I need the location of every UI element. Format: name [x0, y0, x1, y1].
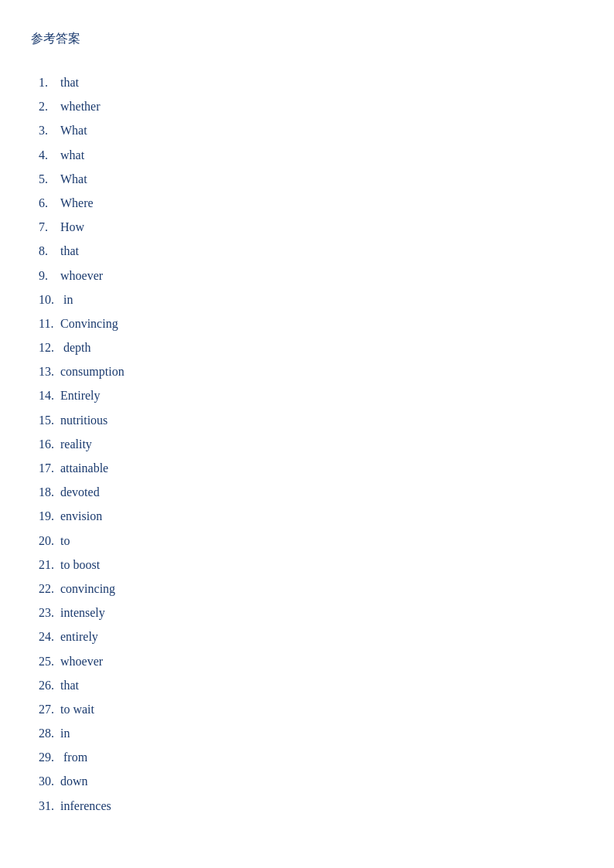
answer-number: 15. [39, 408, 60, 432]
list-item: 11.Convincing [31, 311, 583, 335]
answer-text: whoever [60, 655, 103, 668]
answer-text: to wait [60, 703, 94, 716]
answer-text: to [60, 534, 70, 547]
answer-number: 2. [39, 94, 60, 118]
list-item: 17.attainable [31, 456, 583, 480]
answer-number: 5. [39, 167, 60, 191]
answer-text: that [60, 679, 79, 692]
list-item: 5.What [31, 167, 583, 191]
answer-text: Entirely [60, 389, 101, 402]
answer-text: attainable [60, 461, 108, 475]
answer-text: what [60, 148, 84, 162]
answer-text: depth [60, 341, 91, 354]
page-title: 参考答案 [31, 31, 583, 47]
answer-text: that [60, 76, 79, 89]
answer-text: nutritious [60, 414, 107, 427]
answer-number: 11. [39, 311, 60, 335]
answer-number: 12. [39, 335, 60, 359]
answer-text: intensely [60, 606, 105, 619]
answer-text: down [60, 774, 88, 788]
answer-number: 25. [39, 649, 60, 673]
list-item: 10. in [31, 288, 583, 311]
answer-number: 18. [39, 480, 60, 504]
list-item: 27.to wait [31, 697, 583, 721]
list-item: 2.whether [31, 94, 583, 118]
answer-number: 8. [39, 239, 60, 263]
list-item: 30.down [31, 769, 583, 793]
list-item: 13.consumption [31, 359, 583, 383]
answer-list: 1.that2.whether3.What4.what5.What6.Where… [31, 70, 583, 818]
answer-number: 22. [39, 577, 60, 601]
answer-number: 24. [39, 625, 60, 648]
answer-text: in [60, 727, 70, 740]
answer-number: 20. [39, 529, 60, 553]
answer-text: entirely [60, 630, 98, 643]
list-item: 7.How [31, 215, 583, 239]
list-item: 23.intensely [31, 601, 583, 625]
answer-number: 9. [39, 264, 60, 288]
answer-number: 30. [39, 769, 60, 793]
list-item: 15.nutritious [31, 408, 583, 432]
list-item: 14.Entirely [31, 383, 583, 407]
answer-text: How [60, 220, 84, 233]
answer-number: 10. [39, 288, 60, 311]
answer-number: 6. [39, 191, 60, 215]
answer-number: 29. [39, 745, 60, 769]
answer-number: 21. [39, 553, 60, 577]
answer-text: Convincing [60, 317, 118, 330]
answer-number: 27. [39, 697, 60, 721]
list-item: 4.what [31, 143, 583, 167]
answer-text: envision [60, 509, 102, 523]
answer-number: 14. [39, 383, 60, 407]
answer-number: 16. [39, 432, 60, 456]
answer-text: convincing [60, 582, 115, 595]
answer-text: inferences [60, 799, 111, 812]
list-item: 28.in [31, 721, 583, 745]
list-item: 22.convincing [31, 577, 583, 601]
answer-text: What [60, 124, 87, 137]
list-item: 16.reality [31, 432, 583, 456]
answer-number: 17. [39, 456, 60, 480]
list-item: 29. from [31, 745, 583, 769]
list-item: 8.that [31, 239, 583, 263]
list-item: 12. depth [31, 335, 583, 359]
answer-text: whoever [60, 269, 103, 282]
answer-text: devoted [60, 485, 100, 499]
list-item: 24.entirely [31, 625, 583, 648]
list-item: 1.that [31, 70, 583, 94]
list-item: 6.Where [31, 191, 583, 215]
answer-text: whether [60, 100, 101, 113]
answer-number: 1. [39, 70, 60, 94]
answer-text: that [60, 244, 79, 257]
answer-number: 19. [39, 504, 60, 528]
list-item: 20.to [31, 529, 583, 553]
answer-number: 26. [39, 673, 60, 697]
answer-text: from [60, 751, 87, 764]
answer-text: Where [60, 196, 94, 209]
answer-number: 4. [39, 143, 60, 167]
answer-number: 13. [39, 359, 60, 383]
answer-number: 3. [39, 118, 60, 142]
list-item: 21.to boost [31, 553, 583, 577]
list-item: 25.whoever [31, 649, 583, 673]
list-item: 19.envision [31, 504, 583, 528]
answer-text: to boost [60, 558, 100, 571]
answer-number: 7. [39, 215, 60, 239]
list-item: 31.inferences [31, 794, 583, 818]
answer-text: What [60, 172, 87, 186]
answer-number: 28. [39, 721, 60, 745]
answer-text: consumption [60, 365, 125, 378]
answer-text: in [60, 293, 73, 306]
list-item: 18.devoted [31, 480, 583, 504]
list-item: 3.What [31, 118, 583, 142]
answer-number: 23. [39, 601, 60, 625]
list-item: 26.that [31, 673, 583, 697]
answer-text: reality [60, 437, 92, 451]
list-item: 9.whoever [31, 264, 583, 288]
answer-number: 31. [39, 794, 60, 818]
